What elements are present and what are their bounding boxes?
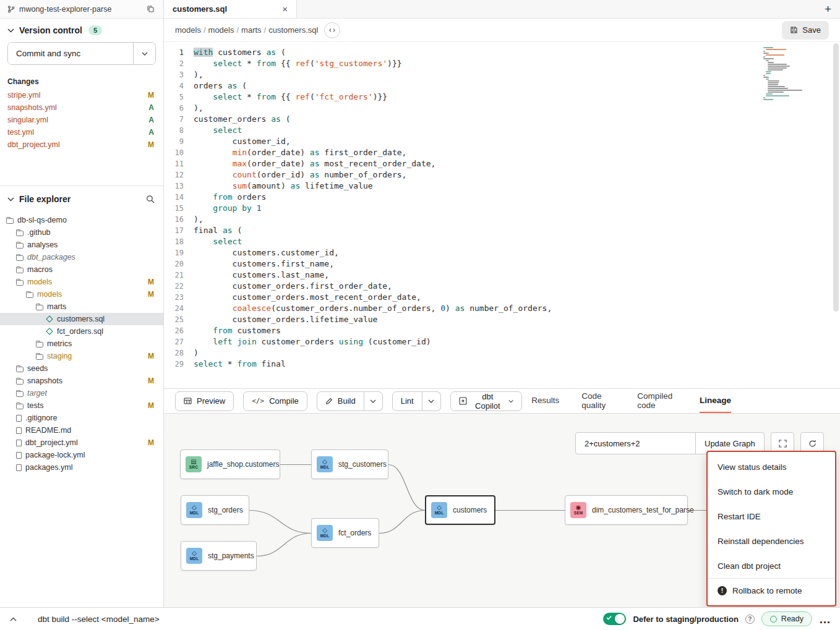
lineage-node-jaffle_shop_customers[interactable]: ▤SRCjaffle_shop.customers bbox=[180, 449, 280, 479]
tree-item-fct_orders.sql[interactable]: fct_orders.sql bbox=[0, 325, 163, 338]
code-line[interactable]: 27 left join customer_orders using (cust… bbox=[164, 336, 840, 347]
expand-command-bar-button[interactable] bbox=[9, 616, 18, 623]
dbt-copilot-button[interactable]: dbt Copilot bbox=[450, 391, 522, 411]
code-line[interactable]: 24 coalesce(customer_orders.number_of_or… bbox=[164, 303, 840, 314]
code-line[interactable]: 20 customers.first_name, bbox=[164, 258, 840, 270]
tree-item-models[interactable]: modelsM bbox=[0, 276, 163, 288]
code-line[interactable]: 6), bbox=[164, 103, 840, 114]
lineage-node-stg_orders[interactable]: ◇MDLstg_orders bbox=[181, 495, 249, 525]
minimap[interactable] bbox=[763, 47, 800, 101]
code-line[interactable]: 7customer_orders as ( bbox=[164, 114, 840, 125]
lineage-node-stg_payments[interactable]: ◇MDLstg_payments bbox=[181, 541, 257, 571]
code-line[interactable]: 4orders as ( bbox=[164, 80, 840, 92]
tree-item-dbt_packages[interactable]: dbt_packages bbox=[0, 251, 163, 263]
changed-file-row[interactable]: test.ymlA bbox=[0, 126, 163, 138]
tree-item-.github[interactable]: .github bbox=[0, 226, 163, 239]
tree-item-staging[interactable]: stagingM bbox=[0, 350, 163, 362]
command-input-hint[interactable]: dbt build --select <model_name> bbox=[38, 615, 160, 624]
code-line[interactable]: 2 select * from {{ ref('stg_customers')}… bbox=[164, 58, 840, 69]
close-tab-button[interactable]: × bbox=[282, 4, 288, 14]
copy-branch-button[interactable] bbox=[145, 4, 156, 14]
tree-item-models[interactable]: modelsM bbox=[0, 288, 163, 300]
save-button[interactable]: Save bbox=[782, 21, 829, 40]
status-ready-badge[interactable]: Ready bbox=[761, 611, 812, 626]
tree-item-db-sl-qs-demo[interactable]: db-sl-qs-demo bbox=[0, 214, 163, 226]
lineage-node-customers[interactable]: ◇MDLcustomers bbox=[425, 495, 495, 525]
tree-item-macros[interactable]: macros bbox=[0, 263, 163, 276]
code-line[interactable]: 26 from customers bbox=[164, 325, 840, 336]
code-line[interactable]: 15 group by 1 bbox=[164, 203, 840, 214]
code-line[interactable]: 14 from orders bbox=[164, 192, 840, 203]
menu-item-clean-dbt-project[interactable]: Clean dbt project bbox=[708, 553, 835, 578]
chevron-down-icon[interactable] bbox=[7, 28, 14, 33]
lint-options-button[interactable] bbox=[422, 391, 441, 411]
breadcrumb-item[interactable]: models bbox=[175, 25, 201, 35]
lint-button[interactable]: Lint bbox=[392, 391, 422, 411]
tab-compiled-code[interactable]: Compiled code bbox=[637, 389, 677, 413]
lineage-filter-input[interactable] bbox=[575, 432, 696, 454]
lineage-node-fct_orders[interactable]: ◇MDLfct_orders bbox=[311, 518, 379, 548]
file-search-button[interactable] bbox=[145, 194, 156, 205]
tree-item-README.md[interactable]: README.md bbox=[0, 424, 163, 436]
help-icon[interactable]: ? bbox=[745, 615, 755, 624]
tab-lineage[interactable]: Lineage bbox=[700, 389, 731, 413]
lineage-node-dim_customers_test_for_parse[interactable]: ◉SEMdim_customers_test_for_parse bbox=[565, 495, 688, 525]
code-line[interactable]: 8 select bbox=[164, 125, 840, 136]
tree-item-packages.yml[interactable]: packages.yml bbox=[0, 461, 163, 474]
changed-file-row[interactable]: snapshots.ymlA bbox=[0, 101, 163, 114]
code-line[interactable]: 21 customers.last_name, bbox=[164, 270, 840, 281]
code-line[interactable]: 18 select bbox=[164, 236, 840, 247]
code-line[interactable]: 10 min(order_date) as first_order_date, bbox=[164, 147, 840, 158]
code-line[interactable]: 25 customer_orders.lifetime_value bbox=[164, 314, 840, 325]
breadcrumb-item[interactable]: customers.sql bbox=[268, 25, 318, 35]
menu-item-switch-to-dark-mode[interactable]: Switch to dark mode bbox=[708, 479, 835, 504]
tree-item-dbt_project.yml[interactable]: dbt_project.ymlM bbox=[0, 436, 163, 449]
tree-item-metrics[interactable]: metrics bbox=[0, 338, 163, 350]
tree-item-.gitignore[interactable]: .gitignore bbox=[0, 412, 163, 424]
chevron-down-icon[interactable] bbox=[7, 197, 14, 202]
build-button[interactable]: Build bbox=[317, 391, 364, 411]
tree-item-analyses[interactable]: analyses bbox=[0, 239, 163, 251]
tab-code-quality[interactable]: Code quality bbox=[581, 389, 615, 413]
code-line[interactable]: 28) bbox=[164, 347, 840, 359]
tree-item-marts[interactable]: marts bbox=[0, 300, 163, 313]
code-line[interactable]: 11 max(order_date) as most_recent_order_… bbox=[164, 158, 840, 169]
tree-item-tests[interactable]: testsM bbox=[0, 399, 163, 412]
build-options-button[interactable] bbox=[364, 391, 383, 411]
changed-file-row[interactable]: dbt_project.ymlM bbox=[0, 138, 163, 151]
breadcrumb-item[interactable]: marts bbox=[241, 25, 262, 35]
code-line[interactable]: 22 customer_orders.first_order_date, bbox=[164, 281, 840, 292]
tree-item-package-lock.yml[interactable]: package-lock.yml bbox=[0, 449, 163, 461]
code-line[interactable]: 23 customer_orders.most_recent_order_dat… bbox=[164, 292, 840, 303]
menu-item-restart-ide[interactable]: Restart IDE bbox=[708, 504, 835, 529]
changed-file-row[interactable]: stripe.ymlM bbox=[0, 89, 163, 101]
changed-file-row[interactable]: singular.ymlA bbox=[0, 114, 163, 126]
new-tab-button[interactable]: + bbox=[825, 2, 831, 16]
code-editor[interactable]: 1with customers as (2 select * from {{ r… bbox=[164, 42, 840, 388]
tree-item-target[interactable]: target bbox=[0, 387, 163, 399]
code-line[interactable]: 29select * from final bbox=[164, 359, 840, 370]
breadcrumb-item[interactable]: models bbox=[208, 25, 234, 35]
copy-ref-button[interactable] bbox=[324, 22, 340, 38]
tab-customers-sql[interactable]: customers.sql × bbox=[164, 0, 297, 18]
preview-button[interactable]: Preview bbox=[175, 391, 234, 411]
code-line[interactable]: 12 count(order_id) as number_of_orders, bbox=[164, 169, 840, 181]
commit-and-sync-button[interactable]: Commit and sync bbox=[8, 43, 133, 64]
code-line[interactable]: 3), bbox=[164, 69, 840, 80]
commit-options-button[interactable] bbox=[133, 43, 155, 64]
editor-scrollbar[interactable] bbox=[833, 43, 839, 387]
code-line[interactable]: 19 customers.customer_id, bbox=[164, 247, 840, 258]
tree-item-snapshots[interactable]: snapshotsM bbox=[0, 375, 163, 387]
tree-item-customers.sql[interactable]: customers.sql bbox=[0, 313, 163, 325]
menu-item-rollback-to-remote[interactable]: !Rollback to remote bbox=[708, 578, 835, 603]
tab-results[interactable]: Results bbox=[531, 389, 559, 413]
code-line[interactable]: 13 sum(amount) as lifetime_value bbox=[164, 181, 840, 192]
tree-item-seeds[interactable]: seeds bbox=[0, 362, 163, 375]
code-line[interactable]: 9 customer_id, bbox=[164, 136, 840, 147]
defer-toggle[interactable] bbox=[603, 613, 626, 625]
scrollbar-thumb[interactable] bbox=[833, 43, 839, 312]
code-line[interactable]: 1with customers as ( bbox=[164, 47, 840, 58]
menu-item-view-status-details[interactable]: View status details bbox=[708, 454, 835, 479]
code-line[interactable]: 16), bbox=[164, 214, 840, 225]
code-line[interactable]: 5 select * from {{ ref('fct_orders')}} bbox=[164, 92, 840, 103]
